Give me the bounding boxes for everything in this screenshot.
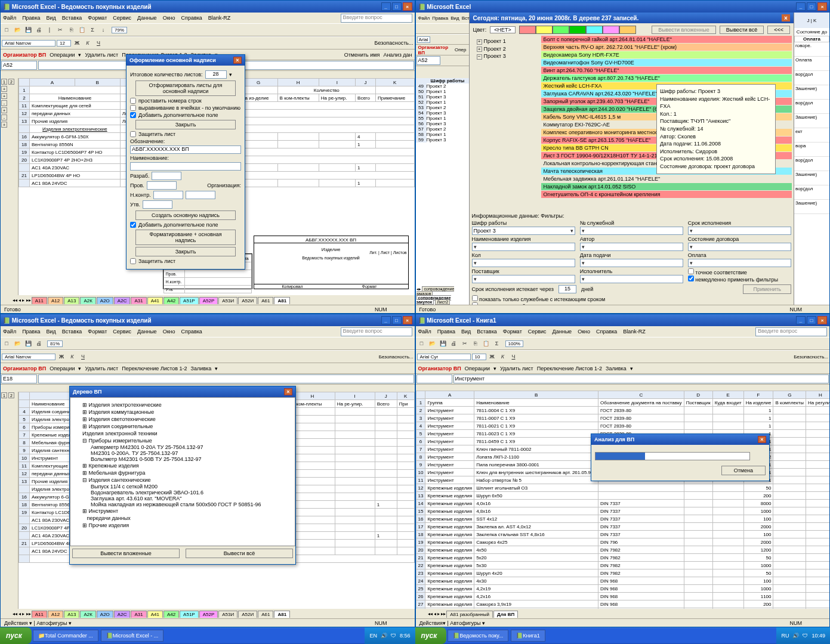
toolbar-standard-q1[interactable]: □ 📂 💾 🖨 | ✂ ⎘ 📋 Σ↓ 79% xyxy=(1,23,415,36)
table-row[interactable]: 4Инструмент7811-0021 С 1 Х9ГОСТ 2839-801… xyxy=(416,422,829,430)
record-item[interactable]: Болт с поперечной гайкой арт.264.81.014 … xyxy=(541,36,792,43)
progress-bar: 32% xyxy=(595,452,750,460)
titlebar-tr[interactable]: 📗 Microsoft Excel _□× xyxy=(416,1,830,13)
close-button[interactable]: × xyxy=(403,2,412,11)
copy-icon[interactable]: ⎘ xyxy=(66,25,76,35)
close-button-1[interactable]: Закрыть xyxy=(135,120,235,129)
color-palette[interactable] xyxy=(519,26,636,34)
name-field[interactable] xyxy=(130,162,241,171)
menubar-q1[interactable]: ФайлПравкаВид ВставкаФорматСервис Данные… xyxy=(1,13,415,23)
cut-icon[interactable]: ✂ xyxy=(55,25,65,35)
new-icon[interactable]: □ xyxy=(2,25,11,35)
right-edge-column: J | K Состояние до Оплата говоре.Оплатав… xyxy=(794,13,829,305)
table-row[interactable]: 13Крепежные изделияШуруп 6x50200200 xyxy=(416,492,829,500)
drawing-code: АБВГ.XXXXXX.XXX ВП xyxy=(254,236,408,243)
excel-window-tr: 📗 Microsoft Excel _□× ФайлПравкаВидВст A… xyxy=(415,0,831,314)
table-row[interactable]: 23Крепежные изделияШуруп 4x20DIN 7982505… xyxy=(416,569,829,577)
table-row[interactable]: 14Крепежные изделия4,0x16DIN 73378000800… xyxy=(416,500,829,507)
records-header: Сегодня: пятница, 20 июня 2008г. В дерев… xyxy=(470,13,794,23)
format-sheets-button[interactable]: Отформатировать листы для основной надпи… xyxy=(135,80,235,96)
dialog-tree-vp[interactable]: Дерево ВП× ⊞ Изделия электротехнические … xyxy=(69,386,296,565)
excel-window-q3: 📗 Microsoft Excel - Ведомость покупных и… xyxy=(0,314,415,627)
start-button[interactable]: пуск xyxy=(0,627,32,644)
security-link[interactable]: Безопасность... xyxy=(375,40,414,46)
statusbar-q1: ГотовоNUM xyxy=(1,305,415,313)
help-search[interactable]: Введите вопрос xyxy=(341,14,412,23)
close-button-2[interactable]: Закрыть xyxy=(135,247,235,256)
record-item[interactable]: Винт арт.264.70.760 "HAFELE" xyxy=(541,67,792,74)
output-nested-button[interactable]: Вывести вложенные xyxy=(72,549,180,558)
table-row[interactable]: 18Крепежные изделияЗаклепка стальная SST… xyxy=(416,531,829,538)
table-row[interactable]: 22Крепежные изделия5x30DIN 798210001000 xyxy=(416,562,829,569)
item-info-box: Шифр работы: Проект 3Наименование издели… xyxy=(656,84,776,174)
start-button-2[interactable]: пуск xyxy=(415,627,447,644)
back-button[interactable]: <<< xyxy=(767,26,790,34)
create-stamp-button[interactable]: Создать основную надпись xyxy=(135,210,235,220)
color-none-button[interactable]: <НЕТ> xyxy=(490,26,516,33)
print-icon[interactable]: 🖨 xyxy=(34,25,44,35)
project-tree[interactable]: +Проект 1 +Проект 2 −Проект 3 xyxy=(472,35,538,63)
record-item[interactable]: Накладной замок арт.14.01.052 SISO xyxy=(541,183,792,190)
table-row[interactable]: 12Крепежные изделияШплинт игольчатый О35… xyxy=(416,484,829,492)
output-all-button[interactable]: Вывести всё xyxy=(186,549,293,558)
records-panel: Сегодня: пятница, 20 июня 2008г. В дерев… xyxy=(470,13,794,305)
font-combo[interactable]: Arial Narrow xyxy=(2,40,55,47)
filters-panel: Информационные данные: Фильтры: Шифр раб… xyxy=(472,213,792,302)
selected-tree-node[interactable]: Изделия электронной техники xyxy=(82,431,158,436)
total-sheets-combo[interactable]: 28 xyxy=(205,70,227,79)
paste-icon[interactable]: 📋 xyxy=(77,25,87,35)
sheet-tabs-q1[interactable]: ◂◂ ◂ ▸ ▸▸ А11 А12 А13 А2К А2О А2С А31 А4… xyxy=(13,296,409,305)
outline-controls[interactable]: 12 ++- +-+ xyxy=(1,78,18,295)
system-tray-right[interactable]: RU🔊🛡10:49 xyxy=(776,627,830,644)
format-plus-stamp-button[interactable]: Форматирование + основная надпись xyxy=(135,230,235,245)
table-row[interactable]: 2Инструмент7811-0004 С 1 Х9ГОСТ 2839-801… xyxy=(416,407,829,414)
excel-window-q4: 📗 Microsoft Excel - Книга1 _□× ФайлПравк… xyxy=(415,314,831,627)
zoom-combo[interactable]: 79% xyxy=(112,27,127,33)
save-icon[interactable]: 💾 xyxy=(23,25,33,35)
dialog-title-block[interactable]: Оформление основной надписи× Итоговое ко… xyxy=(126,54,245,270)
table-row[interactable]: 27Крепежные изделияСаморез 3,9x19DIN 968… xyxy=(416,600,829,608)
excel-window-q1: 📗 Microsoft Excel - Ведомость покупных и… xyxy=(0,0,415,314)
record-item[interactable]: Верхняя часть RV-O арт. 262.72.001 "HAFE… xyxy=(541,44,792,51)
output-all-button[interactable]: Вывести всё xyxy=(720,26,764,34)
table-row[interactable]: 20Крепежные изделия4x50DIN 798212001200 xyxy=(416,546,829,554)
table-row[interactable]: 19Крепежные изделияСаморез 4x25DIN 79620… xyxy=(416,538,829,546)
spreadsheet-q4[interactable]: ABC DEF GHI 1 ГруппаНаименованиеОбозначе… xyxy=(416,391,830,609)
close-icon[interactable]: × xyxy=(782,14,790,21)
table-row[interactable]: 15Крепежные изделия4,8x16DIN 73371000100… xyxy=(416,507,829,515)
table-row[interactable]: 16Крепежные изделияSST 4x12DIN 733710010… xyxy=(416,515,829,523)
table-row[interactable]: 25Крепежные изделия4,2x19DIN 96810001000 xyxy=(416,585,829,593)
table-row[interactable]: 3Инструмент7811-0007 С 1 Х9ГОСТ 2839-801… xyxy=(416,414,829,422)
output-nested-button[interactable]: Вывести вложенные xyxy=(652,26,716,34)
taskbar[interactable]: пуск 📁 Total Commander ... 📗 Microsoft E… xyxy=(0,627,830,644)
organizer-label[interactable]: Организатор ВП xyxy=(3,52,46,58)
record-item[interactable]: Мебельная задвижка арт.261.01.124 "HAFEL… xyxy=(541,175,792,182)
table-row[interactable]: 26Крепежные изделия4,2x16DIN 96811001100 xyxy=(416,593,829,600)
table-row[interactable]: 21Крепежные изделия5x20DIN 79825050 xyxy=(416,554,829,562)
table-row[interactable]: 17Крепежные изделияЗаклепка ал. AST 4,0x… xyxy=(416,523,829,531)
table-row[interactable]: 24Крепежные изделия4x30DIN 968100100 xyxy=(416,577,829,585)
cancel-button[interactable]: Отмена xyxy=(721,466,766,475)
close-icon[interactable]: × xyxy=(758,436,766,443)
titlebar-q1[interactable]: 📗 Microsoft Excel - Ведомость покупных и… xyxy=(1,1,415,13)
close-icon[interactable]: × xyxy=(233,57,242,64)
record-item[interactable]: Держатель галстуков арт.807.20.743 "HAFE… xyxy=(541,75,792,82)
open-icon[interactable]: 📂 xyxy=(13,25,22,35)
record-item[interactable]: Видеомагнитофон Sony GV-HD700E xyxy=(541,59,792,66)
task-excel[interactable]: 📗 Microsoft Excel - ... xyxy=(101,630,164,642)
code-field[interactable]: АБВГ.XXXXXX.XXX ВП xyxy=(130,145,241,154)
record-item[interactable]: Огнетушитель ОП-4 с кронштейном креплени… xyxy=(541,191,792,198)
maximize-button[interactable]: □ xyxy=(392,2,402,11)
toolbar-format-q1[interactable]: Arial Narrow 12 ЖКЧ Безопасность... xyxy=(1,36,415,49)
minimize-button[interactable]: _ xyxy=(381,2,391,11)
apply-filters-button[interactable]: Применить xyxy=(743,284,791,294)
close-icon[interactable]: × xyxy=(284,388,292,395)
system-tray-left[interactable]: EN🔊🛡8:56 xyxy=(365,627,415,644)
excel-strip-left: ФайлПравкаВидВст Arial Организатор ВПОпе… xyxy=(416,13,470,305)
dialog-analysis[interactable]: Анализ для ВП× 32% Отмена xyxy=(591,434,770,481)
name-box-q1[interactable]: A52 xyxy=(1,61,37,70)
record-item[interactable]: Видеокамера Sony HDR-FX7E xyxy=(541,51,792,58)
table-row[interactable]: 28Крепежные изделияА.10.01.021ГОСТ 11371… xyxy=(416,608,829,609)
task-totalcmd[interactable]: 📁 Total Commander ... xyxy=(33,630,98,642)
